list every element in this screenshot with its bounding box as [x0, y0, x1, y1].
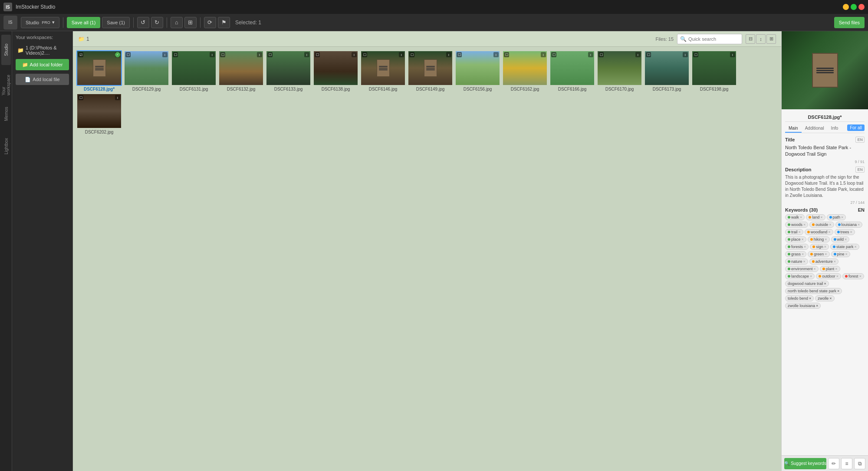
thumbnail-item[interactable]: ☐iDSCF6166.jpg [549, 50, 595, 92]
keyword-remove-button[interactable]: × [837, 289, 839, 293]
thumbnail-item[interactable]: ☐iDSCF6170.jpg [597, 50, 642, 92]
thumb-checkbox[interactable]: ☐ [125, 52, 131, 57]
keyword-remove-button[interactable]: × [855, 245, 857, 249]
meta-title-field[interactable]: North Toledo Bend State Park - Dogwood T… [785, 144, 865, 158]
thumbnail-item[interactable]: ☐iDSCF6198.jpg [691, 50, 737, 92]
edit-button[interactable]: ✏ [828, 458, 839, 469]
keyword-remove-button[interactable]: × [828, 230, 830, 234]
refresh-button[interactable]: ↻ [151, 17, 163, 28]
keyword-remove-button[interactable]: × [858, 222, 860, 227]
keyword-remove-button[interactable]: × [850, 230, 852, 234]
keyword-remove-button[interactable]: × [824, 281, 826, 286]
keyword-remove-button[interactable]: × [799, 230, 801, 234]
sidebar-item-memos[interactable]: Memos [1, 99, 11, 129]
search-box[interactable]: 🔍 [677, 34, 742, 44]
thumb-info-icon: i [210, 52, 215, 57]
thumbnail-item[interactable]: ☐iDSCF6138.jpg [313, 50, 358, 92]
keyword-remove-button[interactable]: × [829, 296, 832, 301]
thumbnail-item[interactable]: ☐iDSCF6129.jpg [124, 50, 169, 92]
thumbnail-item[interactable]: ☐iDSCF6156.jpg [455, 50, 500, 92]
maximize-button[interactable] [851, 4, 857, 10]
flag-button[interactable]: ⚑ [218, 17, 230, 28]
thumb-checkbox[interactable]: ☐ [362, 52, 367, 57]
sidebar-item-workspace[interactable]: Your workspace [1, 67, 11, 97]
keyword-remove-button[interactable]: × [802, 252, 804, 256]
thumb-checkbox[interactable]: ☐ [220, 52, 225, 57]
keyword-remove-button[interactable]: × [809, 296, 811, 301]
keyword-remove-button[interactable]: × [810, 274, 812, 278]
thumb-checkbox[interactable]: ☐ [173, 52, 178, 57]
keyword-remove-button[interactable]: × [845, 252, 848, 256]
grid-button[interactable]: ⊞ [184, 17, 197, 28]
thumbnail-item[interactable]: ☐iDSCF6162.jpg [502, 50, 548, 92]
thumb-checkbox[interactable]: ☐ [267, 52, 273, 57]
thumb-checkbox[interactable]: ☐ [646, 52, 651, 57]
keyword-remove-button[interactable]: × [859, 274, 861, 278]
add-local-file-button[interactable]: 📄 Add local file [16, 74, 69, 85]
keyword-tag: state park × [830, 244, 859, 250]
home-button[interactable]: ⌂ [171, 17, 183, 28]
keyword-remove-button[interactable]: × [803, 259, 806, 264]
thumb-info-icon: i [493, 52, 499, 57]
sort-button[interactable]: ↕ [756, 34, 766, 44]
thumb-checkbox[interactable]: ☑ [78, 52, 83, 57]
keyword-remove-button[interactable]: × [836, 274, 838, 278]
sidebar-item-lightbox[interactable]: Lightbox [1, 131, 11, 161]
thumb-checkbox[interactable]: ☐ [693, 52, 698, 57]
keyword-remove-button[interactable]: × [803, 222, 806, 227]
thumbnail-item[interactable]: ☐iDSCF6131.jpg [171, 50, 217, 92]
save-all-button[interactable]: Save all (1) [67, 17, 101, 28]
send-files-button[interactable]: Send files [834, 17, 865, 28]
thumbnail-item[interactable]: ☐iDSCF6132.jpg [218, 50, 264, 92]
thumb-checkbox[interactable]: ☐ [457, 52, 462, 57]
thumbnail-item[interactable]: ☐iDSCF6146.jpg [360, 50, 406, 92]
keyword-remove-button[interactable]: × [816, 304, 818, 308]
studio-dropdown[interactable]: Studio PRO ▾ [21, 17, 59, 28]
minimize-button[interactable] [843, 4, 849, 10]
keyword-remove-button[interactable]: × [800, 215, 802, 219]
undo-button[interactable]: ↺ [137, 17, 149, 28]
tab-main[interactable]: Main [785, 124, 802, 133]
search-input[interactable] [688, 36, 739, 42]
workspace-item[interactable]: 📁 1 (D:\Photos & Videos)2.... [16, 44, 69, 56]
thumb-checkbox[interactable]: ☐ [409, 52, 414, 57]
keyword-remove-button[interactable]: × [825, 252, 827, 256]
thumbnail-item[interactable]: ☐iDSCF6133.jpg [266, 50, 311, 92]
grid-view-button[interactable]: ⊞ [766, 34, 776, 44]
thumbnail-item[interactable]: ☐iDSCF6149.jpg [408, 50, 453, 92]
keyword-dot [807, 231, 810, 233]
thumbnail-item[interactable]: ☑i✓DSCF6128.jpg* [76, 50, 122, 92]
rotate-button[interactable]: ⟳ [204, 17, 216, 28]
sign-line-2 [816, 70, 834, 71]
meta-description-field[interactable]: This is a photograph of the sign for the… [785, 174, 865, 199]
filter-button[interactable]: ⊟ [746, 34, 755, 44]
keyword-remove-button[interactable]: × [825, 237, 827, 242]
thumbnail-item[interactable]: ☐iDSCF6202.jpg [76, 93, 122, 134]
keyword-remove-button[interactable]: × [802, 237, 804, 242]
close-button[interactable] [858, 4, 865, 10]
keyword-remove-button[interactable]: × [820, 215, 822, 219]
keyword-remove-button[interactable]: × [835, 267, 837, 271]
list-button[interactable]: ≡ [841, 458, 852, 469]
sidebar-item-studio[interactable]: Studio [1, 35, 11, 65]
for-all-button[interactable]: For all [847, 124, 865, 131]
thumb-checkbox[interactable]: ☐ [551, 52, 556, 57]
keyword-remove-button[interactable]: × [824, 245, 826, 249]
save-button[interactable]: Save (1) [102, 17, 130, 28]
thumb-checkbox[interactable]: ☐ [504, 52, 509, 57]
keyword-remove-button[interactable]: × [834, 259, 836, 264]
tab-additional[interactable]: Additional [802, 124, 828, 133]
keyword-remove-button[interactable]: × [814, 267, 816, 271]
keyword-remove-button[interactable]: × [829, 222, 831, 227]
copy-button[interactable]: ⧉ [854, 458, 865, 469]
tab-info[interactable]: Info [828, 124, 842, 133]
add-local-folder-button[interactable]: 📁 Add local folder [16, 59, 69, 70]
keyword-remove-button[interactable]: × [841, 215, 843, 219]
thumb-checkbox[interactable]: ☐ [315, 52, 320, 57]
thumb-checkbox[interactable]: ☐ [598, 52, 604, 57]
keyword-remove-button[interactable]: × [804, 245, 806, 249]
thumbnail-item[interactable]: ☐iDSCF6173.jpg [644, 50, 690, 92]
keyword-remove-button[interactable]: × [845, 237, 847, 242]
thumb-checkbox[interactable]: ☐ [78, 95, 83, 100]
suggest-keywords-button[interactable]: 🔍 Suggest keywords [784, 458, 826, 469]
